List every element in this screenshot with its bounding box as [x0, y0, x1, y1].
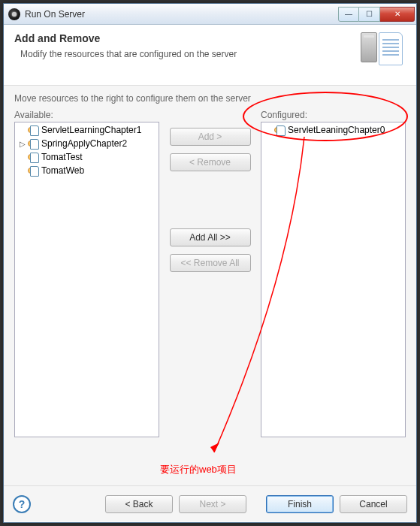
footer: ? < Back Next > Finish Cancel: [4, 485, 416, 521]
list-item[interactable]: TomatWeb: [15, 164, 159, 177]
header-title: Add and Remove: [14, 32, 361, 44]
project-icon: [27, 151, 39, 163]
add-button[interactable]: Add >: [170, 128, 251, 146]
configured-label: Configured:: [261, 110, 406, 120]
next-button[interactable]: Next >: [179, 495, 246, 513]
transfer-buttons: Add > < Remove Add All >> << Remove All: [159, 110, 261, 272]
cancel-button[interactable]: Cancel: [340, 495, 407, 513]
app-icon: [8, 8, 20, 20]
back-button[interactable]: < Back: [105, 495, 173, 513]
window-title: Run On Server: [25, 9, 338, 20]
close-button[interactable]: ✕: [380, 7, 415, 22]
remove-all-button[interactable]: << Remove All: [170, 254, 251, 272]
server-icon: [361, 32, 406, 74]
available-label: Available:: [14, 110, 159, 120]
add-all-button[interactable]: Add All >>: [170, 228, 251, 246]
instruction-text: Move resources to the right to configure…: [14, 93, 406, 104]
project-icon: [27, 138, 39, 150]
list-item[interactable]: ServletLeaningChapter0: [261, 123, 405, 137]
help-button[interactable]: ?: [13, 495, 31, 513]
remove-button[interactable]: < Remove: [170, 153, 251, 171]
body: Move resources to the right to configure…: [4, 86, 416, 485]
project-icon: [27, 124, 39, 136]
header-subtitle: Modify the resources that are configured…: [20, 49, 361, 59]
maximize-button[interactable]: ☐: [359, 7, 380, 22]
list-item[interactable]: ▷SpringApplyChapter2: [15, 137, 159, 150]
minimize-button[interactable]: —: [338, 7, 359, 22]
item-label: ServletLearningChapter1: [41, 125, 141, 135]
titlebar[interactable]: Run On Server — ☐ ✕: [4, 4, 416, 25]
header: Add and Remove Modify the resources that…: [4, 25, 416, 86]
expand-icon[interactable]: ▷: [18, 140, 27, 148]
item-label: SpringApplyChapter2: [41, 138, 127, 149]
available-listbox[interactable]: ServletLearningChapter1▷SpringApplyChapt…: [14, 122, 159, 437]
item-label: TomatTest: [41, 152, 83, 162]
dialog-window: Run On Server — ☐ ✕ Add and Remove Modif…: [3, 3, 417, 523]
project-icon: [273, 124, 286, 136]
list-item[interactable]: TomatTest: [15, 150, 159, 164]
configured-listbox[interactable]: ServletLeaningChapter0: [261, 122, 406, 437]
finish-button[interactable]: Finish: [266, 495, 334, 513]
list-item[interactable]: ServletLearningChapter1: [15, 123, 159, 137]
window-buttons: — ☐ ✕: [338, 7, 415, 22]
project-icon: [27, 165, 39, 177]
item-label: TomatWeb: [41, 165, 84, 176]
item-label: ServletLeaningChapter0: [288, 125, 385, 135]
